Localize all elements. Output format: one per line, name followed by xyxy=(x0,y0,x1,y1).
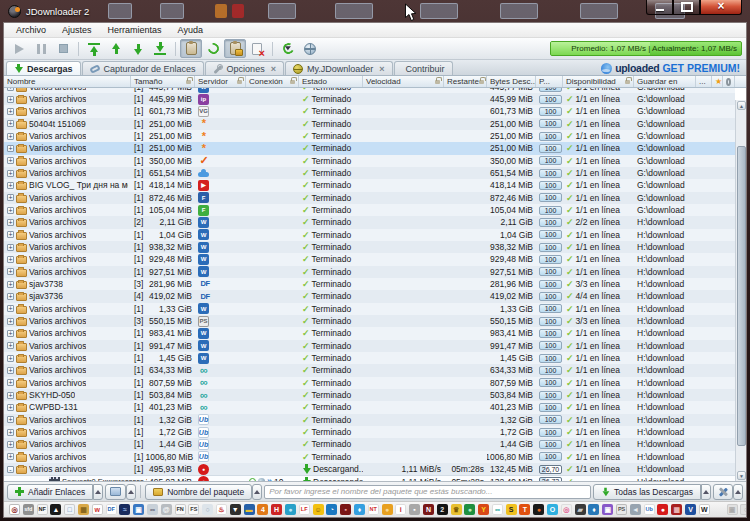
column-header-disponibilidad[interactable]: Disponibilidad xyxy=(563,76,634,87)
expander-icon[interactable]: + xyxy=(7,96,14,103)
column-header-nombre[interactable]: Nombre xyxy=(4,76,131,87)
expander-icon[interactable]: + xyxy=(7,256,14,263)
expander-icon[interactable]: + xyxy=(7,182,14,189)
table-row[interactable]: +Varios archivos[3]550,15 MiBPS✓Terminad… xyxy=(4,315,735,327)
table-row[interactable]: +Varios archivos[1]1,04 GiBW✓Terminado1,… xyxy=(4,229,735,241)
expander-icon[interactable]: + xyxy=(7,367,14,374)
table-row[interactable]: +CWPBD-131[1]401,23 MiB∞✓Terminado401,23… xyxy=(4,401,735,413)
move-up-button[interactable] xyxy=(105,39,127,58)
table-row[interactable]: +Varios archivos[1]601,73 MiBVG✓Terminad… xyxy=(4,105,735,117)
maximize-button[interactable] xyxy=(673,0,700,15)
table-row[interactable]: +sjav3736[4]419,02 MiBDF✓Terminado419,02… xyxy=(4,290,735,302)
column-header-estado[interactable]: Estado xyxy=(299,76,363,87)
menu-item-herramientas[interactable]: Herramientas xyxy=(100,24,170,36)
table-row[interactable]: +Varios archivos[1]872,46 MiBF✓Terminado… xyxy=(4,192,735,204)
expander-icon[interactable]: + xyxy=(7,293,14,300)
table-row[interactable]: +Varios archivos[1]938,32 MiBW✓Terminado… xyxy=(4,241,735,253)
table-row[interactable]: +BIG VLOG_ Три дня на море)[1]418,14 MiB… xyxy=(4,179,735,191)
column-header-servidor[interactable]: Servidor xyxy=(195,76,246,87)
expander-icon[interactable]: + xyxy=(7,133,14,140)
table-row[interactable]: -Varios archivos[1]495,93 MiB●Descargand… xyxy=(4,463,735,475)
table-row[interactable]: +Varios archivos[2]2,11 GiBW✓Terminado2,… xyxy=(4,216,735,228)
reconnect-button[interactable] xyxy=(277,39,299,58)
pause-button[interactable] xyxy=(30,39,52,58)
search-filter-dropdown[interactable] xyxy=(252,484,262,500)
expander-icon[interactable]: + xyxy=(7,281,14,288)
expander-icon[interactable]: + xyxy=(7,88,14,91)
file-row[interactable]: Secuestr0 Exxxpresssss 3.supe.495,93 MiB… xyxy=(4,475,735,481)
table-row[interactable]: +Varios archivos[1]651,54 MiB✓Terminado6… xyxy=(4,167,735,179)
expander-icon[interactable]: + xyxy=(7,404,14,411)
table-row[interactable]: +Varios archivos[1]927,51 MiBW✓Terminado… xyxy=(4,266,735,278)
expander-icon[interactable]: + xyxy=(7,453,14,460)
paste-window-dropdown[interactable] xyxy=(126,484,136,500)
menu-item-ajustes[interactable]: Ajustes xyxy=(54,24,100,36)
table-row[interactable]: +sjav3738[3]281,96 MiBDF✓Terminado281,96… xyxy=(4,278,735,290)
table-row[interactable]: +SKYHD-050[1]503,84 MiB∞✓Terminado503,84… xyxy=(4,389,735,401)
table-row[interactable]: +Varios archivos[1]634,33 MiB∞✓Terminado… xyxy=(4,364,735,376)
table-row[interactable]: +Varios archivos[1]445,99 MiBip✓Terminad… xyxy=(4,93,735,105)
scroll-down-icon[interactable]: ▼ xyxy=(737,471,746,480)
search-filter-button[interactable]: Nombre del paquete xyxy=(145,484,252,500)
remove-button[interactable] xyxy=(246,39,268,58)
column-header-bytes[interactable]: Bytes Desc... xyxy=(487,76,536,87)
menu-item-ayuda[interactable]: Ayuda xyxy=(170,24,211,36)
stop-button[interactable] xyxy=(52,39,74,58)
move-down-button[interactable] xyxy=(127,39,149,58)
tab-close-icon[interactable]: × xyxy=(271,64,276,74)
column-header-extra[interactable]: ... xyxy=(696,76,712,87)
expander-icon[interactable]: + xyxy=(7,145,14,152)
table-row[interactable]: +Varios archivos[1]251,00 MiB*✓Terminado… xyxy=(4,130,735,142)
vertical-scrollbar[interactable]: ▲ ▼ xyxy=(735,100,746,481)
paste-window-button[interactable] xyxy=(105,484,126,500)
expander-icon[interactable]: + xyxy=(7,268,14,275)
minimize-button[interactable] xyxy=(646,0,673,15)
expander-icon[interactable]: + xyxy=(7,429,14,436)
view-filter-dropdown[interactable] xyxy=(701,484,711,500)
table-row[interactable]: +Varios archivos[1]1,44 GiBUb✓Terminado1… xyxy=(4,438,735,450)
menu-item-archivo[interactable]: Archivo xyxy=(8,24,54,36)
table-row[interactable]: +Varios archivos[1]1006,80 MiBUb✓Termina… xyxy=(4,451,735,463)
tab-capturador-de-enlaces[interactable]: Capturador de Enlaces xyxy=(82,61,204,75)
table-row[interactable]: +Varios archivos[1]1,33 GiBW✓Terminado1,… xyxy=(4,303,735,315)
tab-my-jdownloader[interactable]: My.JDownloader× xyxy=(285,61,393,75)
move-top-button[interactable] xyxy=(83,39,105,58)
column-header-tamano[interactable]: Tamaño xyxy=(131,76,195,87)
expander-icon[interactable]: + xyxy=(7,441,14,448)
table-row[interactable]: +50404t 151069[1]251,00 MiB*✓Terminado25… xyxy=(4,118,735,130)
expander-icon[interactable]: - xyxy=(7,466,14,473)
column-header-gear[interactable] xyxy=(723,76,735,87)
table-row[interactable]: +Varios archivos[1]350,00 MiB✓✓Terminado… xyxy=(4,155,735,167)
add-links-dropdown[interactable] xyxy=(93,484,103,500)
tools-button[interactable] xyxy=(713,484,733,500)
column-header-restante[interactable]: Restante xyxy=(444,76,487,87)
expander-icon[interactable]: + xyxy=(7,330,14,337)
clipboard-button[interactable] xyxy=(180,39,202,58)
expander-icon[interactable]: + xyxy=(7,219,14,226)
move-bottom-button[interactable] xyxy=(149,39,171,58)
tab-contribuir[interactable]: Contribuir xyxy=(394,61,453,75)
expander-icon[interactable]: + xyxy=(7,379,14,386)
expander-icon[interactable]: + xyxy=(7,120,14,127)
column-header-guardar[interactable]: Guardar en xyxy=(634,76,696,87)
table-row[interactable]: +Varios archivos[1]105,04 MiBF✓Terminado… xyxy=(4,204,735,216)
add-links-button[interactable]: Añadir Enlaces xyxy=(7,484,93,500)
premium-banner[interactable]: uploaded GET PREMIUM! xyxy=(601,62,740,74)
column-header-velocidad[interactable]: Velocidad xyxy=(363,76,444,87)
expander-icon[interactable]: + xyxy=(7,194,14,201)
paste-button[interactable] xyxy=(224,39,246,58)
close-button[interactable] xyxy=(700,0,742,15)
scroll-up-icon[interactable]: ▲ xyxy=(737,101,746,110)
title-bar[interactable]: JDownloader 2 xyxy=(0,0,750,22)
table-row[interactable]: +Varios archivos[1]929,48 MiBW✓Terminado… xyxy=(4,253,735,265)
table-row[interactable]: +Varios archivos[1]1,32 GiBUb✓Terminado1… xyxy=(4,414,735,426)
column-header-conexion[interactable]: Conexión xyxy=(246,76,299,87)
table-row[interactable]: +Varios archivos[1]251,00 MiB*✓Terminado… xyxy=(4,142,735,154)
tab-close-icon[interactable]: × xyxy=(379,64,384,74)
tools-dropdown[interactable] xyxy=(733,484,743,500)
expander-icon[interactable]: + xyxy=(7,416,14,423)
expander-icon[interactable]: + xyxy=(7,207,14,214)
expander-icon[interactable]: + xyxy=(7,305,14,312)
premium-cta[interactable]: GET PREMIUM! xyxy=(662,62,740,74)
table-row[interactable]: +Varios archivos[1]1,45 GiBW✓Terminado1,… xyxy=(4,352,735,364)
